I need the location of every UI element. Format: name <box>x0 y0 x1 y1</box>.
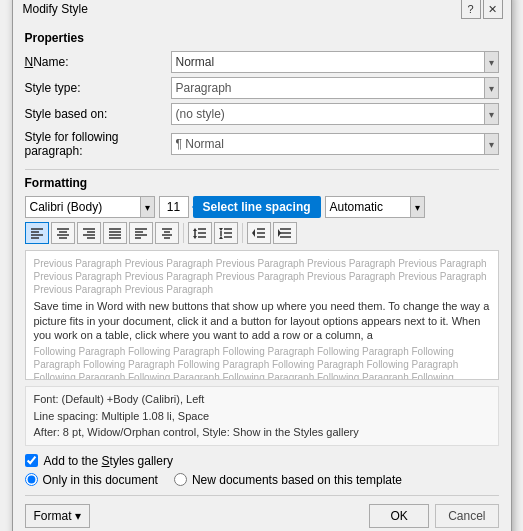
line-spacing-decrease-button[interactable] <box>214 222 238 244</box>
align-center2-button[interactable] <box>155 222 179 244</box>
description-line1: Font: (Default) +Body (Calibri), Left <box>34 391 490 408</box>
new-docs-radio[interactable] <box>174 473 187 486</box>
properties-section-title: Properties <box>25 31 499 45</box>
style-based-combo[interactable]: (no style) ▾ <box>171 103 499 125</box>
align-justify-button[interactable] <box>103 222 127 244</box>
font-size-field[interactable]: 11 <box>159 196 189 218</box>
ok-cancel-group: OK Cancel <box>369 504 498 528</box>
toolbar-sep2 <box>242 223 243 243</box>
font-family-combo[interactable]: Calibri (Body) ▾ <box>25 196 155 218</box>
font-row: Calibri (Body) ▾ 11 Select line spacing … <box>25 196 499 218</box>
format-button[interactable]: Format ▾ <box>25 504 90 528</box>
description-box: Font: (Default) +Body (Calibri), Left Li… <box>25 386 499 446</box>
add-to-gallery-row: Add to the Styles gallery <box>25 454 499 468</box>
style-following-label: Style for following paragraph: <box>25 129 165 159</box>
preview-current-text: Save time in Word with new buttons that … <box>34 299 490 342</box>
style-type-value-row: Paragraph ▾ <box>171 77 499 99</box>
preview-following-para: Following Paragraph Following Paragraph … <box>34 345 490 380</box>
svg-marker-27 <box>193 228 197 231</box>
toolbar-sep1 <box>183 223 184 243</box>
svg-marker-34 <box>219 236 223 239</box>
title-bar: Modify Style ? ✕ <box>13 0 511 23</box>
spacing-arrow: ▾ <box>410 197 424 217</box>
style-following-combo[interactable]: ¶ Normal ▾ <box>171 133 499 155</box>
radio-row: Only in this document New documents base… <box>25 473 499 487</box>
style-type-label: Style type: <box>25 77 165 99</box>
formatting-section: Formatting Calibri (Body) ▾ 11 Select li… <box>25 176 499 244</box>
properties-grid: NName: Normal ▾ Style type: Paragraph ▾ … <box>25 51 499 159</box>
align-center-button[interactable] <box>51 222 75 244</box>
font-arrow: ▾ <box>140 197 154 217</box>
style-type-combo[interactable]: Paragraph ▾ <box>171 77 499 99</box>
bottom-bar: Format ▾ OK Cancel <box>25 495 499 528</box>
style-following-arrow: ▾ <box>484 134 498 154</box>
divider1 <box>25 169 499 170</box>
style-based-arrow: ▾ <box>484 104 498 124</box>
preview-prev-para: Previous Paragraph Previous Paragraph Pr… <box>34 257 490 296</box>
name-value-row: Normal ▾ <box>171 51 499 73</box>
add-to-gallery-checkbox[interactable] <box>25 454 38 467</box>
indent-increase-button[interactable] <box>273 222 297 244</box>
line-spacing-increase-button[interactable] <box>188 222 212 244</box>
name-label: NName: <box>25 51 165 73</box>
formatting-label: Formatting <box>25 176 499 190</box>
indent-decrease-button[interactable] <box>247 222 271 244</box>
add-to-gallery-label[interactable]: Add to the Styles gallery <box>44 454 173 468</box>
style-based-label: Style based on: <box>25 103 165 125</box>
svg-marker-39 <box>252 229 255 237</box>
help-button[interactable]: ? <box>461 0 481 19</box>
svg-marker-28 <box>193 236 197 239</box>
only-this-doc-radio[interactable] <box>25 473 38 486</box>
dialog-body: Properties NName: Normal ▾ Style type: P… <box>13 23 511 531</box>
preview-box: Previous Paragraph Previous Paragraph Pr… <box>25 250 499 380</box>
description-line2: Line spacing: Multiple 1.08 li, Space <box>34 408 490 425</box>
cancel-button[interactable]: Cancel <box>435 504 498 528</box>
svg-marker-33 <box>219 228 223 231</box>
new-docs-option[interactable]: New documents based on this template <box>174 473 402 487</box>
style-based-value-row: (no style) ▾ <box>171 103 499 125</box>
name-arrow: ▾ <box>484 52 498 72</box>
align-left2-button[interactable] <box>129 222 153 244</box>
toolbar-row <box>25 222 499 244</box>
style-type-arrow: ▾ <box>484 78 498 98</box>
dialog-title: Modify Style <box>23 2 88 16</box>
description-line3: After: 8 pt, Widow/Orphan control, Style… <box>34 424 490 441</box>
style-following-value-row: ¶ Normal ▾ <box>171 129 499 159</box>
spacing-combo[interactable]: Automatic ▾ <box>325 196 425 218</box>
name-input[interactable]: Normal ▾ <box>171 51 499 73</box>
modify-style-dialog: Modify Style ? ✕ Properties NName: Norma… <box>12 0 512 531</box>
svg-marker-43 <box>278 229 281 237</box>
align-right-button[interactable] <box>77 222 101 244</box>
only-this-doc-option[interactable]: Only in this document <box>25 473 158 487</box>
ok-button[interactable]: OK <box>369 504 429 528</box>
close-button[interactable]: ✕ <box>483 0 503 19</box>
align-left-button[interactable] <box>25 222 49 244</box>
title-controls: ? ✕ <box>461 0 503 19</box>
line-spacing-tooltip[interactable]: Select line spacing <box>193 196 321 218</box>
